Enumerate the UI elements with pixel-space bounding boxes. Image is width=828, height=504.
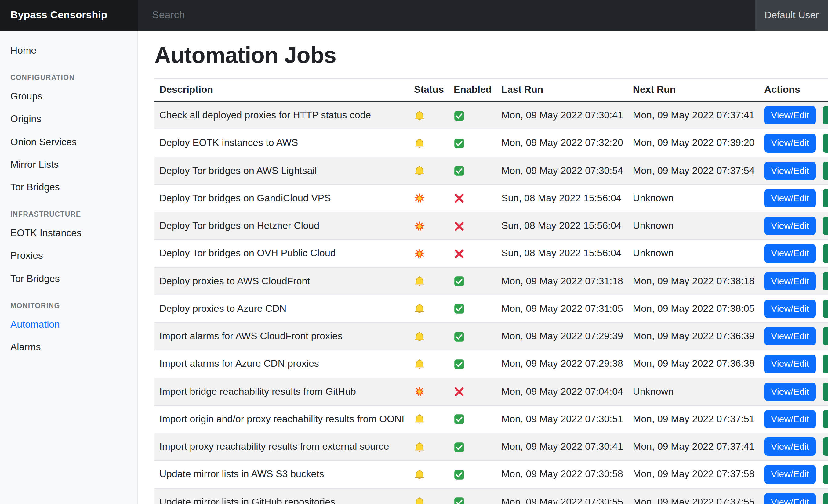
collision-icon [414, 248, 425, 259]
kick-timer-button[interactable]: Kick Timer [823, 493, 828, 504]
kick-timer-button[interactable]: Kick Timer [823, 382, 828, 401]
job-next-run: Mon, 09 May 2022 07:37:54 [628, 157, 759, 185]
job-last-run: Mon, 09 May 2022 07:30:41 [496, 101, 628, 129]
sidebar-section-configuration: CONFIGURATION [0, 62, 137, 85]
cross-icon [454, 386, 465, 397]
kick-timer-button[interactable]: Kick Timer [823, 162, 828, 180]
user-menu[interactable]: Default User [755, 0, 828, 31]
app-brand[interactable]: Bypass Censorship [0, 0, 138, 31]
job-next-run: Mon, 09 May 2022 07:37:55 [628, 488, 759, 504]
bell-icon [414, 497, 425, 504]
sidebar-item-tor-bridges-infra[interactable]: Tor Bridges [0, 267, 137, 289]
collision-icon [414, 193, 425, 204]
kick-timer-button[interactable]: Kick Timer [823, 327, 828, 346]
search-area [138, 0, 755, 31]
job-next-run: Mon, 09 May 2022 07:37:41 [628, 101, 759, 129]
job-next-run: Unknown [628, 378, 759, 406]
view-edit-button[interactable]: View/Edit [764, 134, 816, 152]
job-last-run: Mon, 09 May 2022 07:31:18 [496, 267, 628, 295]
view-edit-button[interactable]: View/Edit [764, 272, 816, 290]
view-edit-button[interactable]: View/Edit [764, 106, 816, 125]
cross-icon [454, 193, 465, 204]
sidebar-item-alarms[interactable]: Alarms [0, 335, 137, 358]
sidebar-item-automation[interactable]: Automation [0, 313, 137, 335]
table-row: Deploy Tor bridges on OVH Public Cloud S… [155, 240, 828, 268]
job-next-run: Mon, 09 May 2022 07:36:38 [628, 350, 759, 378]
view-edit-button[interactable]: View/Edit [764, 382, 816, 401]
job-description: Import alarms for Azure CDN proxies [155, 350, 409, 378]
kick-timer-button[interactable]: Kick Timer [823, 300, 828, 318]
job-next-run: Unknown [628, 185, 759, 212]
sidebar-item-mirror-lists[interactable]: Mirror Lists [0, 153, 137, 176]
job-next-run: Mon, 09 May 2022 07:36:39 [628, 322, 759, 350]
check-icon [454, 110, 465, 121]
jobs-table: Description Status Enabled Last Run Next… [155, 78, 828, 504]
kick-timer-button[interactable]: Kick Timer [823, 465, 828, 484]
table-row: Import alarms for Azure CDN proxies Mon,… [155, 350, 828, 378]
main-content: Automation Jobs Description Status Enabl… [138, 31, 828, 504]
sidebar: Home CONFIGURATION Groups Origins Onion … [0, 31, 138, 504]
view-edit-button[interactable]: View/Edit [764, 355, 816, 373]
collision-icon [414, 386, 425, 397]
jobs-table-body: Check all deployed proxies for HTTP stat… [155, 101, 828, 504]
job-last-run: Mon, 09 May 2022 07:30:51 [496, 406, 628, 433]
sidebar-item-groups[interactable]: Groups [0, 85, 137, 107]
job-description: Deploy EOTK instances to AWS [155, 129, 409, 157]
col-actions: Actions [759, 79, 828, 101]
job-last-run: Sun, 08 May 2022 15:56:04 [496, 212, 628, 240]
view-edit-button[interactable]: View/Edit [764, 438, 816, 456]
sidebar-item-proxies[interactable]: Proxies [0, 244, 137, 267]
table-row: Deploy Tor bridges on Hetzner Cloud Sun,… [155, 212, 828, 240]
table-header-row: Description Status Enabled Last Run Next… [155, 79, 828, 101]
bell-icon [414, 276, 425, 287]
job-description: Deploy proxies to AWS CloudFront [155, 267, 409, 295]
table-row: Import proxy reachability results from e… [155, 433, 828, 461]
job-description: Deploy Tor bridges on Hetzner Cloud [155, 212, 409, 240]
sidebar-item-origins[interactable]: Origins [0, 108, 137, 130]
view-edit-button[interactable]: View/Edit [764, 327, 816, 346]
view-edit-button[interactable]: View/Edit [764, 300, 816, 318]
view-edit-button[interactable]: View/Edit [764, 162, 816, 180]
col-enabled: Enabled [449, 79, 496, 101]
job-description: Import proxy reachability results from e… [155, 433, 409, 461]
kick-timer-button[interactable]: Kick Timer [823, 272, 828, 290]
bell-icon [414, 110, 425, 121]
job-last-run: Sun, 08 May 2022 15:56:04 [496, 185, 628, 212]
sidebar-item-tor-bridges[interactable]: Tor Bridges [0, 176, 137, 198]
kick-timer-button[interactable]: Kick Timer [823, 106, 828, 125]
table-row: Update mirror lists in GitHub repositori… [155, 488, 828, 504]
kick-timer-button[interactable]: Kick Timer [823, 217, 828, 235]
job-next-run: Mon, 09 May 2022 07:37:51 [628, 406, 759, 433]
sidebar-item-onion-services[interactable]: Onion Services [0, 130, 137, 153]
check-icon [454, 497, 465, 504]
job-last-run: Mon, 09 May 2022 07:30:41 [496, 433, 628, 461]
view-edit-button[interactable]: View/Edit [764, 493, 816, 504]
top-navbar: Bypass Censorship Default User [0, 0, 828, 31]
sidebar-item-eotk-instances[interactable]: EOTK Instances [0, 222, 137, 244]
kick-timer-button[interactable]: Kick Timer [823, 410, 828, 429]
view-edit-button[interactable]: View/Edit [764, 244, 816, 263]
bell-icon [414, 359, 425, 370]
check-icon [454, 165, 465, 176]
table-row: Import alarms for AWS CloudFront proxies… [155, 322, 828, 350]
kick-timer-button[interactable]: Kick Timer [823, 189, 828, 208]
search-input[interactable] [151, 8, 574, 22]
table-row: Deploy proxies to Azure CDN Mon, 09 May … [155, 295, 828, 323]
job-last-run: Mon, 09 May 2022 07:29:39 [496, 322, 628, 350]
view-edit-button[interactable]: View/Edit [764, 189, 816, 208]
job-last-run: Mon, 09 May 2022 07:04:04 [496, 378, 628, 406]
kick-timer-button[interactable]: Kick Timer [823, 134, 828, 152]
job-next-run: Mon, 09 May 2022 07:38:05 [628, 295, 759, 323]
page-title: Automation Jobs [155, 43, 828, 68]
sidebar-item-home[interactable]: Home [0, 39, 137, 62]
kick-timer-button[interactable]: Kick Timer [823, 244, 828, 263]
bell-icon [414, 138, 425, 149]
view-edit-button[interactable]: View/Edit [764, 410, 816, 429]
check-icon [454, 469, 465, 480]
job-next-run: Mon, 09 May 2022 07:37:58 [628, 461, 759, 489]
view-edit-button[interactable]: View/Edit [764, 465, 816, 484]
kick-timer-button[interactable]: Kick Timer [823, 438, 828, 456]
collision-icon [414, 221, 425, 232]
kick-timer-button[interactable]: Kick Timer [823, 355, 828, 373]
view-edit-button[interactable]: View/Edit [764, 217, 816, 235]
